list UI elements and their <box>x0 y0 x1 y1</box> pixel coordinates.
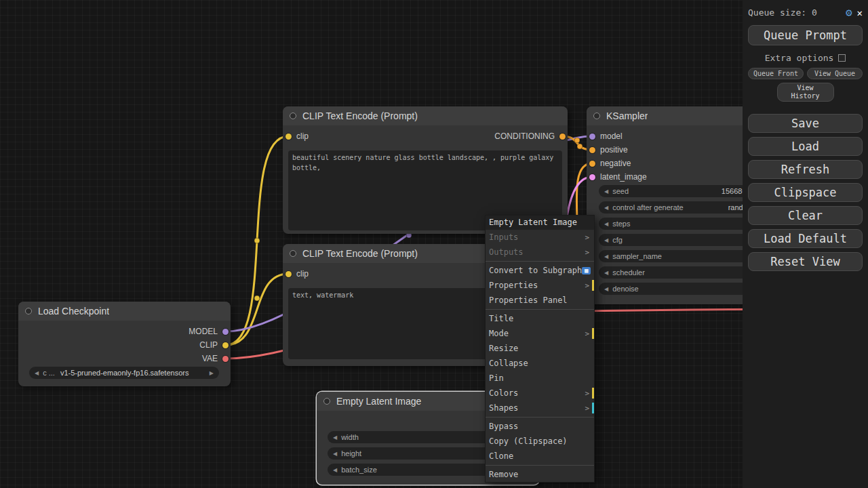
view-queue-button[interactable]: View Queue <box>807 68 863 79</box>
slot-label: model <box>600 131 623 141</box>
slot-label: VAE <box>202 354 218 363</box>
model-input-slot[interactable]: model <box>589 131 623 141</box>
conditioning-output-slot[interactable]: CONDITIONING <box>494 131 566 141</box>
clipspace-button[interactable]: Clipspace <box>748 183 863 202</box>
queue-front-button[interactable]: Queue Front <box>748 68 804 79</box>
clip-input-slot[interactable]: clip <box>285 269 309 279</box>
menu-item-label: Colors <box>489 388 518 398</box>
widget-label: denoise <box>612 285 639 293</box>
widget-label: c ... <box>43 369 55 377</box>
collapse-dot-icon[interactable] <box>290 113 296 119</box>
menu-item-convert-to-subgraph[interactable]: Convert to Subgraph ▦ <box>486 263 594 278</box>
menu-item-copy-clipspace[interactable]: Copy (Clipspace) <box>486 434 594 449</box>
clip-output-dot[interactable] <box>222 342 229 348</box>
clip-input-dot[interactable] <box>285 134 292 140</box>
menu-item-collapse[interactable]: Collapse <box>486 356 594 371</box>
slot-label: MODEL <box>189 327 218 336</box>
menu-item-shapes[interactable]: Shapes > <box>486 401 594 415</box>
slot-label: latent_image <box>600 172 647 182</box>
slot-label: positive <box>600 145 628 155</box>
decrement-arrow-icon[interactable]: ◀ <box>604 188 608 195</box>
extra-options-checkbox[interactable] <box>838 54 846 62</box>
latent-input-dot[interactable] <box>589 174 595 180</box>
decrement-arrow-icon[interactable]: ◀ <box>604 221 608 227</box>
negative-input-slot[interactable]: negative <box>589 159 631 168</box>
menu-item-remove[interactable]: Remove <box>486 467 594 482</box>
subgraph-badge-icon: ▦ <box>582 267 591 274</box>
menu-item-mode[interactable]: Mode > <box>486 326 594 341</box>
collapse-dot-icon[interactable] <box>323 398 330 405</box>
collapse-dot-icon[interactable] <box>290 250 296 257</box>
model-output-slot[interactable]: MODEL <box>189 327 229 336</box>
menu-item-label: Copy (Clipspace) <box>489 436 568 446</box>
menu-item-colors[interactable]: Colors > <box>486 386 594 401</box>
save-button[interactable]: Save <box>748 114 863 133</box>
slot-label: clip <box>296 131 309 141</box>
decrement-arrow-icon[interactable]: ◀ <box>604 253 608 260</box>
menu-item-properties[interactable]: Properties > <box>486 278 594 293</box>
node-title: Load Checkpoint <box>38 306 109 317</box>
decrement-arrow-icon[interactable]: ◀ <box>333 434 337 441</box>
menu-item-bypass[interactable]: Bypass <box>486 419 594 434</box>
clip-output-slot[interactable]: CLIP <box>199 340 229 350</box>
menu-separator <box>486 465 594 466</box>
node-context-menu: Empty Latent Image Inputs > Outputs > Co… <box>485 215 595 483</box>
clear-button[interactable]: Clear <box>748 206 863 225</box>
widget-label: seed <box>612 187 629 195</box>
menu-item-label: Bypass <box>489 422 518 431</box>
refresh-button[interactable]: Refresh <box>748 160 863 179</box>
vae-output-dot[interactable] <box>222 356 229 362</box>
menu-item-label: Outputs <box>489 247 524 257</box>
node-header[interactable]: CLIP Text Encode (Prompt) <box>283 106 568 125</box>
decrement-arrow-icon[interactable]: ◀ <box>333 467 337 473</box>
menu-item-clone[interactable]: Clone <box>486 449 594 464</box>
ckpt-name-widget[interactable]: ◀ c ... v1-5-pruned-emaonly-fp16.safeten… <box>29 367 219 379</box>
load-default-button[interactable]: Load Default <box>748 229 863 248</box>
close-icon[interactable]: ✕ <box>857 7 863 18</box>
menu-separator <box>486 261 594 262</box>
menu-item-label: Resize <box>489 344 518 353</box>
model-input-dot[interactable] <box>589 134 595 140</box>
view-history-button[interactable]: View History <box>777 83 834 102</box>
prev-arrow-icon[interactable]: ◀ <box>35 370 39 376</box>
next-arrow-icon[interactable]: ▶ <box>210 370 214 376</box>
conditioning-output-dot[interactable] <box>559 134 566 140</box>
positive-input-dot[interactable] <box>589 147 595 153</box>
decrement-arrow-icon[interactable]: ◀ <box>333 451 337 457</box>
decrement-arrow-icon[interactable]: ◀ <box>604 205 608 211</box>
settings-gear-icon[interactable]: ⚙ <box>846 6 852 19</box>
negative-input-dot[interactable] <box>589 161 595 167</box>
queue-size-label: Queue size: 0 <box>748 7 841 18</box>
collapse-dot-icon[interactable] <box>593 113 600 119</box>
menu-item-resize[interactable]: Resize <box>486 341 594 356</box>
menu-item-label: Inputs <box>489 232 518 242</box>
node-load-checkpoint[interactable]: Load Checkpoint MODEL CLIP VAE ◀ c ... v… <box>18 302 231 386</box>
menu-item-title[interactable]: Title <box>486 311 594 326</box>
positive-input-slot[interactable]: positive <box>589 145 628 155</box>
clip-input-slot[interactable]: clip <box>285 131 309 141</box>
decrement-arrow-icon[interactable]: ◀ <box>604 270 608 276</box>
submenu-arrow-icon: > <box>585 389 591 398</box>
collapse-dot-icon[interactable] <box>25 308 32 314</box>
clip-input-dot[interactable] <box>285 271 292 277</box>
menu-item-label: Properties <box>489 281 538 290</box>
queue-prompt-button[interactable]: Queue Prompt <box>748 25 863 45</box>
widget-label: width <box>341 433 359 441</box>
menu-separator <box>486 417 594 418</box>
menu-item-outputs[interactable]: Outputs > <box>486 245 594 260</box>
menu-item-pin[interactable]: Pin <box>486 371 594 386</box>
context-menu-title: Empty Latent Image <box>486 216 594 230</box>
submenu-arrow-icon: > <box>585 281 591 290</box>
vae-output-slot[interactable]: VAE <box>202 354 229 363</box>
load-button[interactable]: Load <box>748 137 863 156</box>
submenu-accent-bar <box>592 388 594 399</box>
menu-item-inputs[interactable]: Inputs > <box>486 230 594 245</box>
node-header[interactable]: Load Checkpoint <box>18 302 231 321</box>
decrement-arrow-icon[interactable]: ◀ <box>604 286 608 292</box>
decrement-arrow-icon[interactable]: ◀ <box>604 237 608 243</box>
latent-image-input-slot[interactable]: latent_image <box>589 172 647 182</box>
submenu-arrow-icon: > <box>585 329 591 338</box>
model-output-dot[interactable] <box>222 329 229 335</box>
reset-view-button[interactable]: Reset View <box>748 252 863 271</box>
menu-item-properties-panel[interactable]: Properties Panel <box>486 293 594 308</box>
